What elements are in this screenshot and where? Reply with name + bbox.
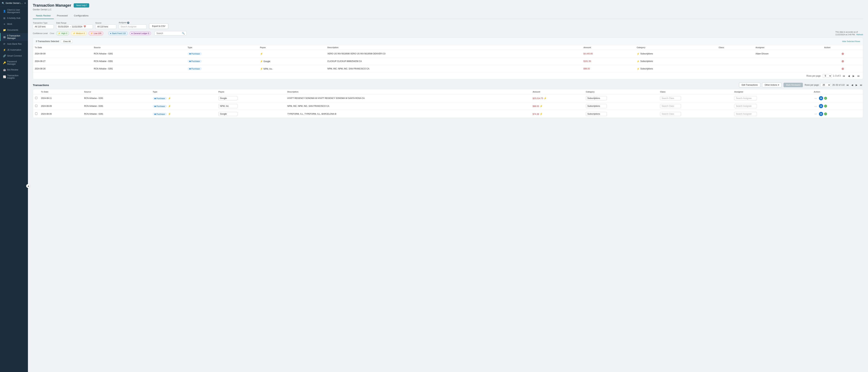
tab-configurations[interactable]: Configurations xyxy=(71,12,92,19)
chip-gl-label: General Ledger 0 xyxy=(133,32,149,34)
class[interactable]: Search Class xyxy=(658,94,733,102)
transactions-rows-per-page-select[interactable]: 25 50 100 xyxy=(820,83,831,87)
pagination-range: 26–50 of 110 xyxy=(832,84,845,86)
transaction-type-select[interactable]: All 110 txns xyxy=(33,25,54,29)
class-dropdown[interactable]: Search Class xyxy=(660,104,681,108)
action[interactable]: ⊗ xyxy=(823,58,863,65)
need-help-button[interactable]: Need help? xyxy=(74,3,89,7)
sidebar-item-smart-connect[interactable]: 🔗 Smart Connect xyxy=(0,53,28,59)
export-csv-button[interactable]: Export to CSV xyxy=(149,23,168,29)
row-checkbox-cell[interactable] xyxy=(33,94,39,102)
close-icon[interactable]: ✕ xyxy=(24,2,26,4)
chip-high[interactable]: ⚡ High 0 xyxy=(56,31,69,35)
sidebar-client-selector[interactable]: 🔍 Gentler Dental LLC ✕ xyxy=(0,0,28,6)
last-page-button[interactable]: ⏭ xyxy=(859,83,863,87)
payee-cell[interactable]: Google xyxy=(217,110,286,118)
hide-selected-rows-link[interactable]: Hide Selected Rows xyxy=(842,40,860,42)
other-actions-button[interactable]: Other Actions ▾ xyxy=(762,82,782,88)
action[interactable]: ⊗ xyxy=(823,50,863,58)
assignee-dropdown[interactable]: Search Assignee xyxy=(734,112,757,116)
assignee[interactable]: Search Assignee xyxy=(733,94,812,102)
amount: $4,440.85 xyxy=(582,50,635,58)
sidebar-item-auto-bank-rec[interactable]: ⟳ Auto Bank Rec xyxy=(0,41,28,47)
row-checkbox-cell[interactable] xyxy=(33,102,39,110)
payee-cell[interactable]: Google xyxy=(217,94,286,102)
category[interactable]: Subscriptions xyxy=(584,102,658,110)
sidebar-item-label: 0 Transaction Manager xyxy=(7,35,26,39)
refresh-link[interactable]: Refresh xyxy=(856,34,863,36)
date-range-picker[interactable]: 01/31/2024 → 11/21/2024 📅 xyxy=(56,25,93,29)
sidebar-item-je-automation[interactable]: ⚡ JE Automation xyxy=(0,47,28,53)
chip-gl[interactable]: ● General Ledger 0 xyxy=(129,31,151,35)
more-actions-button[interactable]: ⋯ xyxy=(814,112,818,116)
category-dropdown[interactable]: Subscriptions xyxy=(586,104,607,108)
row-checkbox[interactable] xyxy=(35,97,37,99)
selected-header: 3 Transactions Selected Clear All Hide S… xyxy=(33,38,863,45)
type: Purchase ⚡ xyxy=(151,102,217,110)
first-page-button[interactable]: ⏮ xyxy=(842,74,846,78)
documents-icon: 📁 xyxy=(3,29,6,31)
first-page-button[interactable]: ⏮ xyxy=(846,83,849,87)
more-actions-button[interactable]: ⋯ xyxy=(814,104,818,108)
category[interactable]: Subscriptions xyxy=(584,110,658,118)
mark-reviewed-button[interactable]: Mark Reviewed xyxy=(783,83,803,87)
selected-table-footer: Rows per page: 5 10 25 1–3 of 3 ⏮ ◀ ▶ ⏭ xyxy=(33,72,863,79)
row-checkbox[interactable] xyxy=(35,112,37,115)
search-box[interactable]: 🔍 xyxy=(155,31,187,35)
prev-page-button[interactable]: ◀ xyxy=(850,83,854,87)
col-amount: Amount xyxy=(531,89,584,94)
rows-per-page-label: Rows per page: xyxy=(807,75,821,77)
assignee-dropdown[interactable]: Search Assignee xyxy=(734,96,757,100)
confidence-clear-link[interactable]: Clear xyxy=(50,32,54,34)
description: XERO US INV-5619599 XERO US INV-5619599 … xyxy=(326,50,582,58)
sidebar-collapse-button[interactable]: ◀ xyxy=(26,184,30,188)
class[interactable]: Search Class xyxy=(658,102,733,110)
chip-bankfeed[interactable]: ● Bank Feed 110 xyxy=(108,31,128,35)
class-dropdown[interactable]: Search Class xyxy=(660,112,681,116)
page-header: Transaction Manager Need help? Gentler D… xyxy=(28,0,868,19)
sidebar-item-password-manager[interactable]: 🔑 Password Manager xyxy=(0,59,28,67)
payee-dropdown[interactable]: Google xyxy=(218,96,238,100)
category-dropdown[interactable]: Subscriptions xyxy=(586,112,607,116)
sidebar-item-documents[interactable]: 📁 Documents xyxy=(0,27,28,33)
chip-low[interactable]: ⚡ Low 105 xyxy=(89,31,103,35)
sidebar-item-label: Smart Connect xyxy=(7,55,22,57)
class-dropdown[interactable]: Search Class xyxy=(660,96,681,100)
assignee-select[interactable]: Search Assignee xyxy=(119,25,147,29)
assignee[interactable]: Search Assignee xyxy=(733,110,812,118)
search-input[interactable] xyxy=(156,32,181,35)
more-actions-button[interactable]: ⋯ xyxy=(814,96,818,100)
tab-needs-review[interactable]: Needs Review xyxy=(33,12,54,19)
col-tx-date: Tx Date xyxy=(39,89,83,94)
last-page-button[interactable]: ⏭ xyxy=(857,74,861,78)
sidebar-item-bot-review[interactable]: 🤖 Bot Review xyxy=(0,67,28,73)
sidebar-item-transaction-insights[interactable]: 📈 Transaction Insights xyxy=(0,73,28,81)
next-page-button[interactable]: ▶ xyxy=(855,83,858,87)
class[interactable]: Search Class xyxy=(658,110,733,118)
rows-per-page-select[interactable]: 5 10 25 xyxy=(823,74,832,78)
assignee-dropdown[interactable]: Search Assignee xyxy=(734,104,757,108)
category[interactable]: Subscriptions xyxy=(584,94,658,102)
payee-dropdown[interactable]: Google xyxy=(218,112,238,116)
description: CLICKUP CLICKUP 8886254258 CA xyxy=(326,58,582,65)
clear-all-button[interactable]: Clear All xyxy=(61,40,73,43)
payee-cell[interactable]: NPM, Inc. xyxy=(217,102,286,110)
action[interactable]: ⊗ xyxy=(823,65,863,73)
row-checkbox[interactable] xyxy=(35,105,37,107)
edit-transactions-button[interactable]: Edit Transactions xyxy=(739,82,760,88)
next-page-button[interactable]: ▶ xyxy=(852,74,855,78)
sidebar-item-transaction-manager[interactable]: ▤ 0 Transaction Manager xyxy=(0,33,28,41)
assignee[interactable]: Search Assignee xyxy=(733,102,812,110)
payee: ⚡ xyxy=(258,50,326,58)
tab-processed[interactable]: Processed xyxy=(54,12,71,19)
sidebar-item-work[interactable]: ≡ Work xyxy=(0,21,28,27)
payee-dropdown[interactable]: NPM, Inc. xyxy=(218,104,238,108)
description: TYPEFORM, S.L. TYPEFORM, S.L. BARCELONA … xyxy=(286,110,531,118)
row-checkbox-cell[interactable] xyxy=(33,110,39,118)
prev-page-button[interactable]: ◀ xyxy=(847,74,850,78)
category-dropdown[interactable]: Subscriptions xyxy=(586,96,607,100)
source-select[interactable]: All 110 txns xyxy=(95,25,116,29)
sidebar-item-client-user-management[interactable]: 👤 Client & User Management xyxy=(0,7,28,15)
chip-medium[interactable]: ⚡ Medium 5 xyxy=(71,31,87,35)
sidebar-item-activity-hub[interactable]: ⊞ 0 Activity Hub xyxy=(0,15,28,21)
